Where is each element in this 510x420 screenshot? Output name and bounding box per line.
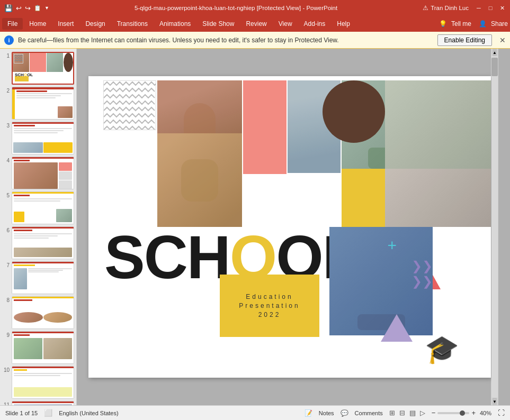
subtitle-line1: Education <box>246 293 293 300</box>
photo-child-studying <box>157 133 242 227</box>
info-icon: i <box>4 35 14 45</box>
brown-circle <box>323 80 385 143</box>
reading-view-icon[interactable]: ▤ <box>409 409 416 417</box>
slide-panel: 1 SCHOOL 2 <box>0 49 77 405</box>
subtitle-line2: Presentation <box>239 302 300 309</box>
slide-canvas[interactable]: SCHOOL Education Presentation 2022 + ❯❯❯… <box>88 76 491 378</box>
normal-view-icon[interactable]: ⊞ <box>389 409 395 417</box>
menu-addins[interactable]: Add-ins <box>299 18 331 30</box>
slide-thumb-1[interactable]: 1 SCHOOL <box>2 52 74 85</box>
slide-thumb-11[interactable]: 11 NEW STUDENT <box>2 401 74 405</box>
teacher-icon: 🎓 <box>425 335 459 363</box>
menu-slideshow[interactable]: Slide Show <box>197 18 239 30</box>
purple-triangle-outline <box>381 314 413 342</box>
zoom-slider[interactable] <box>437 412 469 414</box>
status-bar: Slide 1 of 15 ⬜ English (United States) … <box>0 405 510 420</box>
slide-thumb-6[interactable]: 6 <box>2 226 74 259</box>
window-title: 5-qlgd-mau-powerpoint-khoa-luan-tot-nghi… <box>49 5 423 11</box>
slide-info: Slide 1 of 15 <box>5 410 38 416</box>
slide-thumb-2[interactable]: 2 <box>2 87 74 120</box>
menu-insert[interactable]: Insert <box>52 18 79 30</box>
slide-img-11[interactable]: NEW STUDENT <box>12 401 74 405</box>
slide-num-2: 2 <box>2 87 10 94</box>
custom-icon[interactable]: 📋 <box>34 5 41 12</box>
protected-close-icon[interactable]: ✕ <box>499 36 506 44</box>
enable-editing-button[interactable]: Enable Editing <box>437 34 492 46</box>
dropdown-icon[interactable]: ▼ <box>44 5 49 11</box>
user-name: Tran Dinh Luc <box>431 5 469 11</box>
menu-view[interactable]: View <box>273 18 298 30</box>
slide-img-2[interactable] <box>12 87 74 120</box>
language-label: English (United States) <box>59 410 119 416</box>
scroll-thumb[interactable] <box>491 58 498 76</box>
slide-img-4[interactable] <box>12 157 74 189</box>
menu-home[interactable]: Home <box>24 18 51 30</box>
warning-icon: ⚠ <box>423 4 428 12</box>
protected-view-bar: i Be careful—files from the Internet can… <box>0 32 510 49</box>
slide-num-9: 9 <box>2 331 10 338</box>
menu-help[interactable]: Help <box>332 18 355 30</box>
zigzag-pattern-box <box>103 80 156 130</box>
title-bar: 💾 ↩ ↪ 📋 ▼ 5-qlgd-mau-powerpoint-khoa-lua… <box>0 0 510 16</box>
slide-img-7[interactable] <box>12 261 74 294</box>
chevrons-purple: ❯❯❯❯ <box>411 259 433 289</box>
close-button[interactable]: ✕ <box>498 4 506 12</box>
scroll-up-button[interactable]: ▲ <box>493 49 497 56</box>
slide-img-1[interactable]: SCHOOL <box>12 52 74 85</box>
tell-me-label[interactable]: Tell me <box>451 20 471 28</box>
slide-num-8: 8 <box>2 296 10 303</box>
slide-num-5: 5 <box>2 191 10 198</box>
share-label[interactable]: Share <box>491 20 508 28</box>
slide-num-3: 3 <box>2 122 10 129</box>
slide-thumb-3[interactable]: 3 <box>2 122 74 154</box>
slide-thumb-7[interactable]: 7 <box>2 261 74 294</box>
comments-label[interactable]: Comments <box>355 410 383 416</box>
slide-img-10[interactable] <box>12 366 74 399</box>
slide-img-8[interactable] <box>12 296 74 329</box>
slide-img-9[interactable] <box>12 331 74 364</box>
title-icons: 💾 ↩ ↪ 📋 ▼ <box>4 4 49 12</box>
subtitle-line3: 2022 <box>258 311 281 318</box>
fit-screen-icon[interactable]: ⛶ <box>498 409 505 417</box>
tell-me-icon: 💡 <box>439 20 447 28</box>
main-layout: 1 SCHOOL 2 <box>0 49 510 405</box>
menu-transitions[interactable]: Transitions <box>112 18 153 30</box>
slideshow-icon[interactable]: ▷ <box>420 409 425 417</box>
slide-thumb-5[interactable]: 5 <box>2 191 74 224</box>
scrollbar-right: ▲ ▼ <box>491 49 498 405</box>
zoom-thumb[interactable] <box>460 410 465 416</box>
restore-button[interactable]: □ <box>487 4 494 12</box>
slide-thumb-4[interactable]: 4 <box>2 157 74 189</box>
slide-img-5[interactable] <box>12 191 74 224</box>
notes-icon[interactable]: 📝 <box>305 409 312 417</box>
plus-cyan-icon: + <box>387 238 397 253</box>
slide-sorter-icon[interactable]: ⊟ <box>399 409 405 417</box>
redo-icon[interactable]: ↪ <box>25 4 31 12</box>
minimize-button[interactable]: ─ <box>475 4 482 12</box>
zoom-plus-button[interactable]: + <box>471 409 476 417</box>
menu-animations[interactable]: Animations <box>154 18 196 30</box>
slide-num-10: 10 <box>2 366 10 373</box>
subtitle-block: Education Presentation 2022 <box>220 275 319 337</box>
slide-img-6[interactable] <box>12 226 74 259</box>
zoom-minus-button[interactable]: − <box>432 409 436 417</box>
photo-classroom-bottom <box>385 169 491 227</box>
slide-num-11: 11 <box>2 401 10 405</box>
slide-num-4: 4 <box>2 157 10 163</box>
scroll-track[interactable] <box>491 56 498 398</box>
save-icon[interactable]: 💾 <box>4 4 13 12</box>
scroll-down-button[interactable]: ▼ <box>493 398 497 405</box>
slide-thumb-10[interactable]: 10 <box>2 366 74 399</box>
pink-rect-small <box>243 145 287 174</box>
menu-file[interactable]: File <box>2 18 23 30</box>
undo-icon[interactable]: ↩ <box>16 4 22 12</box>
slide-thumb-8[interactable]: 8 <box>2 296 74 329</box>
slide-img-3[interactable] <box>12 122 74 154</box>
slide-thumb-9[interactable]: 9 <box>2 331 74 364</box>
slide-num-1: 1 <box>2 52 10 59</box>
comments-icon[interactable]: 💬 <box>341 409 348 417</box>
menu-review[interactable]: Review <box>240 18 272 30</box>
menu-design[interactable]: Design <box>80 18 110 30</box>
photo-bookshelf <box>385 80 491 173</box>
notes-label[interactable]: Notes <box>319 410 334 416</box>
